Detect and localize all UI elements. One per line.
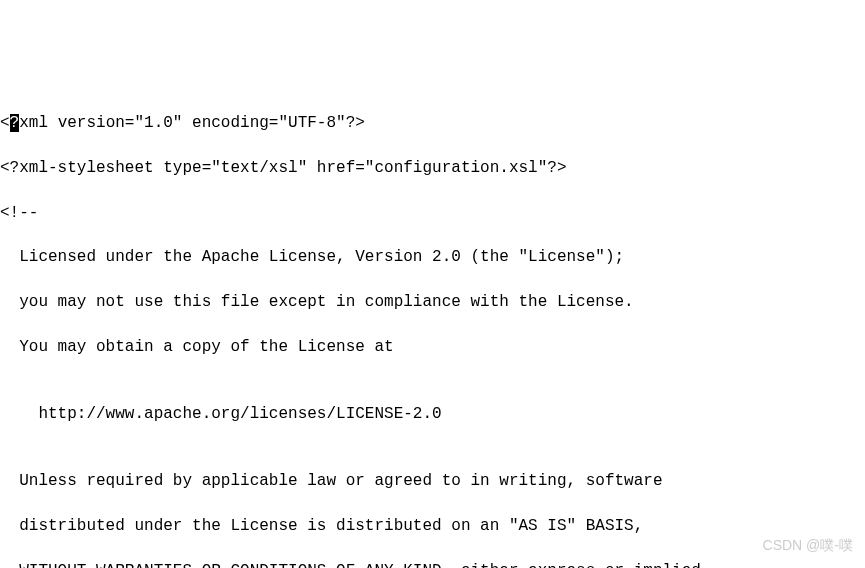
file-line: WITHOUT WARRANTIES OR CONDITIONS OF ANY … xyxy=(0,560,865,568)
file-line: You may obtain a copy of the License at xyxy=(0,336,865,358)
file-line: Licensed under the Apache License, Versi… xyxy=(0,246,865,268)
file-line: you may not use this file except in comp… xyxy=(0,291,865,313)
file-line: http://www.apache.org/licenses/LICENSE-2… xyxy=(0,403,865,425)
watermark-text: CSDN @噗-噗 xyxy=(763,536,853,556)
file-line: <?xml-stylesheet type="text/xsl" href="c… xyxy=(0,157,865,179)
file-line: Unless required by applicable law or agr… xyxy=(0,470,865,492)
file-line: <!-- xyxy=(0,202,865,224)
editor-viewport[interactable]: <?xml version="1.0" encoding="UTF-8"?> <… xyxy=(0,90,865,568)
file-line: distributed under the License is distrib… xyxy=(0,515,865,537)
cursor-position: ? xyxy=(10,114,20,132)
file-line: <?xml version="1.0" encoding="UTF-8"?> xyxy=(0,112,865,134)
